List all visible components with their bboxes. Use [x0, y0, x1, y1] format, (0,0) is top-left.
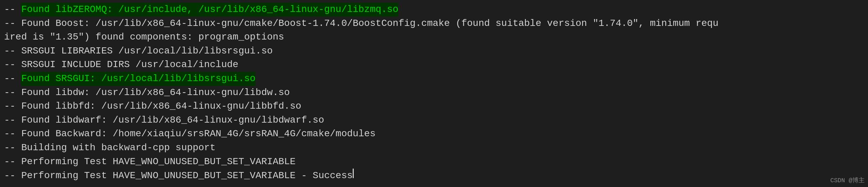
- line-text: SRSGUI LIBRARIES /usr/local/lib/libsrsgu…: [21, 44, 272, 58]
- line-text: Found SRSGUI: /usr/local/lib/libsrsgui.s…: [21, 72, 255, 86]
- line-prefix: --: [4, 113, 21, 127]
- line-prefix: --: [4, 141, 21, 155]
- terminal-line: -- SRSGUI LIBRARIES /usr/local/lib/libsr…: [4, 44, 864, 58]
- line-text: Found libdwarf: /usr/lib/x86_64-linux-gn…: [21, 113, 324, 127]
- line-text: Found Boost: /usr/lib/x86_64-linux-gnu/c…: [21, 17, 718, 31]
- line-prefix: --: [4, 3, 21, 17]
- line-prefix: --: [4, 169, 21, 183]
- line-text: Found Backward: /home/xiaqiu/srsRAN_4G/s…: [21, 127, 375, 141]
- line-text: Found libZEROMQ: /usr/include, /usr/lib/…: [21, 3, 398, 17]
- line-prefix: --: [4, 58, 21, 72]
- line-text: Found libdw: /usr/lib/x86_64-linux-gnu/l…: [21, 86, 290, 100]
- terminal-line: -- Performing Test HAVE_WNO_UNUSED_BUT_S…: [4, 169, 864, 183]
- terminal-line: -- Found libZEROMQ: /usr/include, /usr/l…: [4, 3, 864, 17]
- terminal-window: -- Found libZEROMQ: /usr/include, /usr/l…: [0, 0, 868, 187]
- terminal-line: -- Building with backward-cpp support: [4, 141, 864, 155]
- line-prefix: --: [4, 72, 21, 86]
- line-prefix: --: [4, 99, 21, 113]
- line-text: Building with backward-cpp support: [21, 141, 215, 155]
- line-prefix: --: [4, 127, 21, 141]
- terminal-line: ired is "1.35") found components: progra…: [4, 30, 864, 44]
- terminal-line: -- Found libdw: /usr/lib/x86_64-linux-gn…: [4, 86, 864, 100]
- terminal-line: -- Found libdwarf: /usr/lib/x86_64-linux…: [4, 113, 864, 127]
- terminal-line: -- Found Backward: /home/xiaqiu/srsRAN_4…: [4, 127, 864, 141]
- line-text: Performing Test HAVE_WNO_UNUSED_BUT_SET_…: [21, 155, 296, 169]
- terminal-line: -- Performing Test HAVE_WNO_UNUSED_BUT_S…: [4, 155, 864, 169]
- line-prefix: --: [4, 17, 21, 31]
- terminal-line: -- Found SRSGUI: /usr/local/lib/libsrsgu…: [4, 72, 864, 86]
- line-prefix: --: [4, 155, 21, 169]
- line-text: Found libbfd: /usr/lib/x86_64-linux-gnu/…: [21, 99, 301, 113]
- line-prefix: --: [4, 86, 21, 100]
- line-text: Performing Test HAVE_WNO_UNUSED_BUT_SET_…: [21, 169, 353, 183]
- terminal-line: -- SRSGUI INCLUDE DIRS /usr/local/includ…: [4, 58, 864, 72]
- line-prefix: --: [4, 44, 21, 58]
- line-text: ired is "1.35") found components: progra…: [4, 30, 284, 44]
- watermark: CSDN @博主: [830, 176, 865, 185]
- terminal-line: -- Found libbfd: /usr/lib/x86_64-linux-g…: [4, 99, 864, 113]
- cursor: [353, 169, 354, 178]
- terminal-line: -- Found Boost: /usr/lib/x86_64-linux-gn…: [4, 17, 864, 31]
- line-text: SRSGUI INCLUDE DIRS /usr/local/include: [21, 58, 238, 72]
